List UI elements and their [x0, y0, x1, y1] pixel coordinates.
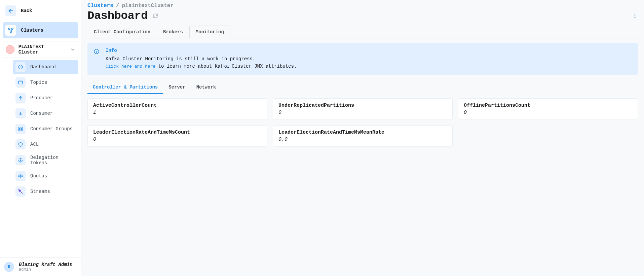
clusters-icon: [5, 25, 16, 36]
sidebar-item-consumer-groups[interactable]: Consumer Groups: [13, 122, 78, 136]
sidebar-item-label: Consumer Groups: [30, 126, 73, 132]
sidebar-footer[interactable]: B Blazing Kraft Admin admin: [0, 257, 81, 276]
consumer-icon: [15, 108, 26, 118]
page-title: Dashboard: [87, 9, 148, 22]
breadcrumb-current: plaintextCluster: [122, 3, 174, 9]
page-tabs: Client Configuration Brokers Monitoring: [87, 26, 638, 38]
user-role: admin: [19, 267, 73, 272]
svg-point-19: [635, 15, 636, 16]
mon-tab-network[interactable]: Network: [191, 81, 222, 94]
refresh-icon[interactable]: [152, 13, 158, 19]
sidebar-item-label: Topics: [30, 80, 47, 85]
monitoring-tabs: Controller & Partitions Server Network: [87, 81, 638, 94]
sidebar: Back Clusters PLAINTEXT Cluster Dashboar…: [0, 0, 81, 276]
svg-point-1: [11, 28, 13, 30]
svg-rect-6: [21, 127, 22, 129]
sidebar-item-acl[interactable]: ACL: [13, 137, 78, 151]
info-icon: [93, 48, 100, 70]
metric-value: 0.0: [278, 137, 447, 142]
sidebar-item-topics[interactable]: Topics: [13, 75, 78, 90]
consumer-groups-icon: [15, 124, 26, 134]
svg-point-13: [22, 160, 23, 161]
sidebar-item-clusters[interactable]: Clusters: [3, 22, 78, 38]
info-title: Info: [106, 48, 297, 53]
cluster-selector[interactable]: PLAINTEXT Cluster: [3, 41, 78, 58]
sidebar-item-label: Streams: [30, 189, 50, 194]
topics-icon: [15, 77, 26, 88]
svg-point-20: [635, 17, 636, 18]
info-link-1[interactable]: Click here: [106, 64, 132, 69]
cluster-subitems: Dashboard Topics Producer Consumer Consu…: [3, 58, 78, 202]
back-button[interactable]: Back: [3, 3, 78, 19]
sidebar-item-label: Producer: [30, 95, 53, 101]
sidebar-item-label: Quotas: [30, 173, 47, 179]
sidebar-item-label: Delegation Tokens: [30, 155, 64, 166]
main-content: Clusters / plaintextCluster Dashboard Cl…: [81, 0, 644, 276]
metric-title: ActiveControllerCount: [93, 103, 262, 108]
mon-tab-server[interactable]: Server: [163, 81, 191, 94]
sidebar-item-label: Dashboard: [30, 64, 56, 70]
info-banner: Info Kafka Cluster Monitoring is still a…: [87, 43, 638, 75]
tab-brokers[interactable]: Brokers: [157, 26, 189, 38]
metric-card: OfflinePartitionsCount 0: [458, 98, 638, 120]
sidebar-top: Back Clusters PLAINTEXT Cluster Dashboar…: [0, 0, 81, 257]
svg-point-11: [20, 162, 21, 163]
token-icon: [15, 155, 26, 165]
sidebar-item-producer[interactable]: Producer: [13, 91, 78, 105]
chevron-down-icon: [70, 47, 75, 52]
user-name: Blazing Kraft Admin: [19, 262, 73, 267]
sidebar-item-label: Consumer: [30, 111, 53, 116]
sidebar-item-quotas[interactable]: Quotas: [13, 169, 78, 183]
info-link-2[interactable]: here: [145, 64, 155, 69]
breadcrumb: Clusters / plaintextCluster: [87, 3, 638, 9]
info-text-line1: Kafka Cluster Monitoring is still a work…: [106, 56, 255, 62]
scale-icon: [15, 171, 26, 181]
svg-point-9: [20, 160, 21, 161]
metric-card: ActiveControllerCount 1: [87, 98, 267, 120]
metric-value: 0: [464, 110, 632, 115]
svg-rect-4: [18, 81, 23, 84]
info-text-line2: to learn more about Kafka Cluster JMX at…: [155, 64, 297, 69]
sidebar-item-streams[interactable]: Streams: [13, 184, 78, 199]
streams-icon: [15, 186, 26, 197]
info-body: Kafka Cluster Monitoring is still a work…: [106, 55, 297, 70]
tab-monitoring[interactable]: Monitoring: [189, 26, 230, 38]
producer-icon: [15, 93, 26, 103]
metric-cards: ActiveControllerCount 1 UnderReplicatedP…: [87, 98, 638, 147]
svg-rect-5: [19, 127, 20, 129]
cluster-name: PLAINTEXT Cluster: [18, 44, 66, 55]
metric-value: 1: [93, 110, 262, 115]
metric-title: OfflinePartitionsCount: [464, 103, 632, 108]
sidebar-item-label: ACL: [30, 142, 39, 147]
clusters-label: Clusters: [21, 28, 43, 33]
breadcrumb-sep: /: [116, 3, 119, 9]
metric-card: LeaderElectionRateAndTimeMsCount 0: [87, 125, 267, 147]
metric-title: LeaderElectionRateAndTimeMsCount: [93, 130, 262, 135]
sidebar-item-delegation-tokens[interactable]: Delegation Tokens: [13, 153, 78, 168]
mon-tab-controller-partitions[interactable]: Controller & Partitions: [87, 81, 163, 94]
info-and: and: [132, 64, 145, 69]
svg-point-16: [19, 161, 20, 162]
tab-client-configuration[interactable]: Client Configuration: [87, 26, 157, 38]
svg-point-14: [19, 159, 20, 160]
title-row: Dashboard: [87, 9, 638, 22]
svg-point-0: [8, 28, 10, 30]
metric-title: LeaderElectionRateAndTimeMsMeanRate: [278, 130, 447, 135]
back-label: Back: [21, 8, 32, 13]
back-arrow-icon: [5, 5, 16, 16]
svg-rect-7: [19, 129, 20, 131]
cluster-color-icon: [6, 45, 14, 54]
svg-point-17: [22, 161, 23, 162]
breadcrumb-root[interactable]: Clusters: [87, 3, 113, 9]
svg-rect-8: [21, 129, 22, 131]
sidebar-item-dashboard[interactable]: Dashboard: [13, 60, 78, 74]
svg-point-15: [22, 159, 23, 160]
svg-point-18: [635, 13, 636, 14]
metric-value: 0: [93, 137, 262, 142]
dashboard-icon: [15, 62, 26, 72]
sidebar-item-consumer[interactable]: Consumer: [13, 106, 78, 120]
svg-point-10: [20, 158, 21, 159]
metric-title: UnderReplicatedPartitions: [278, 103, 447, 108]
avatar: B: [4, 262, 14, 272]
more-menu-icon[interactable]: [632, 13, 638, 19]
